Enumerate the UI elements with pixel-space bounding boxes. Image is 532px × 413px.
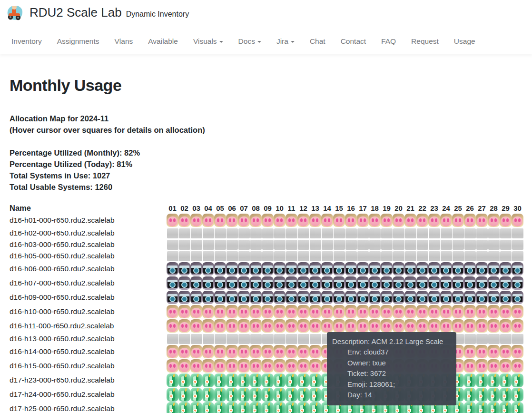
beverage-box-emoji[interactable] [274, 402, 286, 413]
blank-cell[interactable] [476, 228, 488, 238]
beverage-box-emoji[interactable] [309, 402, 321, 413]
blank-cell[interactable] [298, 334, 309, 344]
blank-cell[interactable] [512, 251, 523, 261]
pig-nose-emoji[interactable] [452, 319, 464, 333]
pig-nose-emoji[interactable] [416, 214, 428, 227]
camera-emoji[interactable] [369, 276, 381, 290]
blank-cell[interactable] [274, 228, 286, 238]
beverage-box-emoji[interactable] [202, 402, 214, 413]
blank-cell[interactable] [429, 251, 440, 261]
pig-nose-emoji[interactable] [202, 359, 214, 373]
beverage-box-emoji[interactable] [250, 388, 262, 402]
camera-emoji[interactable] [404, 262, 416, 275]
nav-item-visuals[interactable]: Visuals [186, 37, 231, 46]
blank-cell[interactable] [215, 240, 226, 250]
camera-emoji[interactable] [500, 276, 512, 290]
pig-nose-emoji[interactable] [381, 305, 393, 318]
pig-nose-emoji[interactable] [393, 305, 404, 318]
blank-cell[interactable] [357, 251, 369, 261]
pig-nose-emoji[interactable] [274, 319, 286, 333]
blank-cell[interactable] [298, 228, 309, 238]
beverage-box-emoji[interactable] [464, 402, 476, 413]
blank-cell[interactable] [179, 334, 190, 344]
camera-emoji[interactable] [214, 276, 226, 290]
camera-emoji[interactable] [452, 276, 464, 290]
pig-nose-emoji[interactable] [321, 305, 333, 318]
camera-emoji[interactable] [404, 276, 416, 290]
camera-emoji[interactable] [297, 291, 309, 304]
camera-emoji[interactable] [440, 291, 452, 304]
blank-cell[interactable] [334, 228, 345, 238]
blank-cell[interactable] [250, 251, 262, 261]
pig-nose-emoji[interactable] [297, 345, 309, 358]
pig-nose-emoji[interactable] [369, 305, 381, 318]
pig-nose-emoji[interactable] [274, 345, 286, 358]
blank-cell[interactable] [393, 251, 404, 261]
beverage-box-emoji[interactable] [226, 388, 238, 402]
pig-nose-emoji[interactable] [178, 359, 190, 373]
beverage-box-emoji[interactable] [167, 388, 178, 402]
blank-cell[interactable] [357, 228, 369, 238]
blank-cell[interactable] [512, 228, 523, 238]
camera-emoji[interactable] [428, 276, 440, 290]
blank-cell[interactable] [488, 228, 500, 238]
blank-cell[interactable] [191, 240, 202, 250]
pig-nose-emoji[interactable] [262, 305, 274, 318]
camera-emoji[interactable] [297, 276, 309, 290]
beverage-box-emoji[interactable] [512, 374, 523, 387]
camera-emoji[interactable] [297, 262, 309, 275]
blank-cell[interactable] [322, 228, 333, 238]
beverage-box-emoji[interactable] [297, 374, 309, 387]
camera-emoji[interactable] [369, 262, 381, 275]
blank-cell[interactable] [203, 251, 214, 261]
blank-cell[interactable] [286, 240, 297, 250]
nav-item-usage[interactable]: Usage [446, 37, 483, 46]
pig-nose-emoji[interactable] [428, 214, 440, 227]
blank-cell[interactable] [345, 228, 357, 238]
pig-nose-emoji[interactable] [369, 319, 381, 333]
nav-item-docs[interactable]: Docs [231, 37, 269, 46]
pig-nose-emoji[interactable] [167, 319, 178, 333]
pig-nose-emoji[interactable] [321, 319, 333, 333]
camera-emoji[interactable] [476, 291, 488, 304]
pig-nose-emoji[interactable] [190, 319, 202, 333]
pig-nose-emoji[interactable] [286, 359, 297, 373]
blank-cell[interactable] [238, 251, 250, 261]
camera-emoji[interactable] [250, 291, 262, 304]
blank-cell[interactable] [334, 240, 345, 250]
beverage-box-emoji[interactable] [309, 374, 321, 387]
pig-nose-emoji[interactable] [297, 305, 309, 318]
nav-item-inventory[interactable]: Inventory [4, 37, 49, 46]
blank-cell[interactable] [357, 240, 369, 250]
camera-emoji[interactable] [274, 262, 286, 275]
nav-item-assignments[interactable]: Assignments [49, 37, 107, 46]
camera-emoji[interactable] [345, 291, 357, 304]
blank-cell[interactable] [250, 228, 262, 238]
beverage-box-emoji[interactable] [488, 402, 500, 413]
blank-cell[interactable] [167, 240, 178, 250]
blank-cell[interactable] [369, 251, 381, 261]
blank-cell[interactable] [417, 228, 428, 238]
camera-emoji[interactable] [369, 291, 381, 304]
camera-emoji[interactable] [381, 291, 393, 304]
camera-emoji[interactable] [393, 291, 404, 304]
pig-nose-emoji[interactable] [178, 214, 190, 227]
nav-item-jira[interactable]: Jira [269, 37, 302, 46]
camera-emoji[interactable] [167, 291, 178, 304]
pig-nose-emoji[interactable] [333, 305, 345, 318]
pig-nose-emoji[interactable] [178, 319, 190, 333]
blank-cell[interactable] [393, 228, 404, 238]
camera-emoji[interactable] [416, 262, 428, 275]
blank-cell[interactable] [310, 228, 321, 238]
beverage-box-emoji[interactable] [214, 374, 226, 387]
pig-nose-emoji[interactable] [297, 319, 309, 333]
camera-emoji[interactable] [202, 276, 214, 290]
beverage-box-emoji[interactable] [238, 402, 250, 413]
pig-nose-emoji[interactable] [452, 214, 464, 227]
pig-nose-emoji[interactable] [190, 214, 202, 227]
blank-cell[interactable] [476, 240, 488, 250]
blank-cell[interactable] [215, 251, 226, 261]
pig-nose-emoji[interactable] [226, 305, 238, 318]
pig-nose-emoji[interactable] [309, 305, 321, 318]
camera-emoji[interactable] [250, 276, 262, 290]
